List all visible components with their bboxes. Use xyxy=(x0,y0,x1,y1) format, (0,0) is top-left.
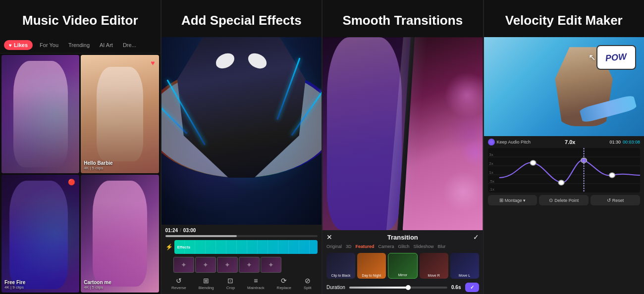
panel-velocity-edit: Velocity Edit Maker POW ↖ Keep Audio Pit… xyxy=(483,0,644,294)
transition-thumbnails: Clip to Black Day to Night Mirror Move R… xyxy=(326,253,479,279)
trans-header: ✕ Transition ✓ xyxy=(326,233,479,241)
delete-point-button[interactable]: ⊙ Delete Point xyxy=(539,195,589,205)
effect-thumb-3[interactable] xyxy=(217,257,238,273)
svg-text:1x: 1x xyxy=(489,171,493,175)
split-icon: ⊘ xyxy=(305,277,311,285)
velocity-graph[interactable]: 3x 2x 1x .5x .1x xyxy=(488,148,641,193)
duration-label: Duration xyxy=(326,285,345,290)
velocity-preview: POW ↖ xyxy=(484,37,644,136)
reset-button[interactable]: ↺ Reset xyxy=(590,195,640,205)
figure-2 xyxy=(97,67,143,161)
timeline-bar[interactable] xyxy=(165,235,318,237)
trans-tab-original[interactable]: Original xyxy=(326,244,342,249)
trans-tab-slideshow[interactable]: Slideshow xyxy=(414,244,434,249)
video-name-2: Hello Barbie xyxy=(84,160,112,166)
neon-overlay-3 xyxy=(1,175,79,293)
video-sub-3: 4K | 9 clips xyxy=(4,285,25,290)
close-button[interactable]: ✕ xyxy=(326,233,332,241)
tool-label-blending: Blending xyxy=(199,286,214,290)
video-grid: ♥ Hello Barbie 4K | 5 clips 🔴 Free Fire … xyxy=(0,53,161,294)
duration-fill xyxy=(349,287,408,289)
tab-dre[interactable]: Dre... xyxy=(120,40,139,50)
video-sub-4: 4K | 5 clips xyxy=(84,285,111,290)
trans-tab-glitch[interactable]: Glitch xyxy=(398,244,410,249)
time-display-right: 01:30 00:03:08 xyxy=(609,140,640,145)
speech-bubble-text: POW xyxy=(605,51,627,64)
speed-value: 7.0x xyxy=(565,139,575,145)
video-cell-1[interactable] xyxy=(1,55,79,173)
duration-row: Duration 0.6s ✓ xyxy=(326,283,479,292)
apply-button[interactable]: ✓ xyxy=(465,283,479,292)
tool-crop[interactable]: ⊡ Crop xyxy=(226,277,235,290)
duration-thumb[interactable] xyxy=(406,285,411,290)
effect-thumb-4[interactable] xyxy=(239,257,260,273)
blending-icon: ⊞ xyxy=(203,277,209,285)
video-cell-3[interactable]: 🔴 Free Fire 4K | 9 clips xyxy=(1,175,79,293)
svg-text:3x: 3x xyxy=(489,153,493,157)
trans-thumb-label-5: Move L xyxy=(450,274,479,277)
tool-label-reverse: Reverse xyxy=(171,286,186,290)
confirm-button[interactable]: ✓ xyxy=(473,233,479,241)
video-cell-4[interactable]: Cartoon me 4K | 5 clips xyxy=(81,175,159,293)
lightning-icon: ⚡ xyxy=(165,244,173,250)
tab-trending[interactable]: Trending xyxy=(65,40,93,50)
audio-dot xyxy=(488,139,495,146)
panel-1-content: Likes For You Trending AI Art Dre... ♥ H… xyxy=(0,37,161,294)
trans-thumb-5[interactable]: Move L xyxy=(450,253,479,279)
tab-likes[interactable]: Likes xyxy=(4,40,33,50)
time-total-vel: 00:03:08 xyxy=(623,140,640,145)
timeline-section: 01:24 / 03:00 ⚡ Effects ↺ Reverse xyxy=(161,225,322,294)
duration-slider[interactable] xyxy=(349,287,447,289)
panel-special-effects: Add Special Effects 01:24 / 03:00 ⚡ xyxy=(161,0,322,294)
reset-icon: ↺ xyxy=(607,197,611,203)
spider-eye-right xyxy=(246,52,268,70)
panel-music-video-editor: Music Video Editor Likes For You Trendin… xyxy=(0,0,161,294)
flag-badge: 🔴 xyxy=(68,179,75,186)
trans-thumb-1[interactable]: Clip to Black xyxy=(326,253,355,279)
effects-strip xyxy=(173,257,318,273)
delete-point-icon: ⊙ xyxy=(549,197,553,203)
trans-thumb-2[interactable]: Day to Night xyxy=(357,253,386,279)
tool-label-crop: Crop xyxy=(226,286,235,290)
toolbar-row: ↺ Reverse ⊞ Blending ⊡ Crop ≡ Maintrack … xyxy=(165,275,318,291)
tool-reverse[interactable]: ↺ Reverse xyxy=(171,277,186,290)
effect-thumb-5[interactable] xyxy=(261,257,281,273)
tool-blending[interactable]: ⊞ Blending xyxy=(199,277,214,290)
svg-text:2x: 2x xyxy=(489,162,493,166)
trans-tab-3d[interactable]: 3D xyxy=(346,244,352,249)
clip-block[interactable]: Effects xyxy=(174,240,318,254)
transition-title: Transition xyxy=(387,234,418,241)
keep-audio-pitch-text: Keep Audio Pitch xyxy=(497,140,531,145)
time-current: 01:24 xyxy=(165,228,178,233)
tool-replace[interactable]: ⟳ Replace xyxy=(277,277,291,290)
svg-text:.5x: .5x xyxy=(489,180,494,184)
montage-button[interactable]: ⊞ Montage ▾ xyxy=(488,195,537,205)
maintrack-icon: ≡ xyxy=(254,277,258,285)
figure-4 xyxy=(93,181,147,287)
tool-split[interactable]: ⊘ Split xyxy=(304,277,312,290)
panel-4-title: Velocity Edit Maker xyxy=(489,6,640,33)
trans-tab-featured[interactable]: Featured xyxy=(356,244,375,249)
reset-label: Reset xyxy=(612,198,624,203)
time-divider: / xyxy=(180,228,181,233)
trans-tab-blur[interactable]: Blur xyxy=(438,244,446,249)
timeline-clips: ⚡ Effects xyxy=(165,240,318,254)
video-label-4: Cartoon me 4K | 5 clips xyxy=(84,280,111,290)
effect-thumb-1[interactable] xyxy=(173,257,194,273)
trans-thumb-4[interactable]: Move R xyxy=(420,253,448,279)
trans-thumb-label-2: Day to Night xyxy=(357,274,386,277)
tab-for-you[interactable]: For You xyxy=(37,40,61,50)
video-label-3: Free Fire 4K | 9 clips xyxy=(4,280,25,290)
replace-icon: ⟳ xyxy=(281,277,287,285)
svg-text:.1x: .1x xyxy=(489,188,494,192)
trans-thumb-3[interactable]: Mirror xyxy=(388,253,418,279)
vel-top-bar: Keep Audio Pitch 7.0x 01:30 00:03:08 xyxy=(488,139,641,146)
crop-icon: ⊡ xyxy=(227,277,233,285)
video-cell-2[interactable]: ♥ Hello Barbie 4K | 5 clips xyxy=(81,55,159,173)
tool-maintrack[interactable]: ≡ Maintrack xyxy=(247,277,265,290)
timeline-progress xyxy=(165,235,237,237)
trans-tab-camera[interactable]: Camera xyxy=(378,244,394,249)
tab-ai-art[interactable]: AI Art xyxy=(97,40,116,50)
effect-thumb-2[interactable] xyxy=(195,257,216,273)
panel-3-title: Smooth Transitions xyxy=(327,6,478,33)
